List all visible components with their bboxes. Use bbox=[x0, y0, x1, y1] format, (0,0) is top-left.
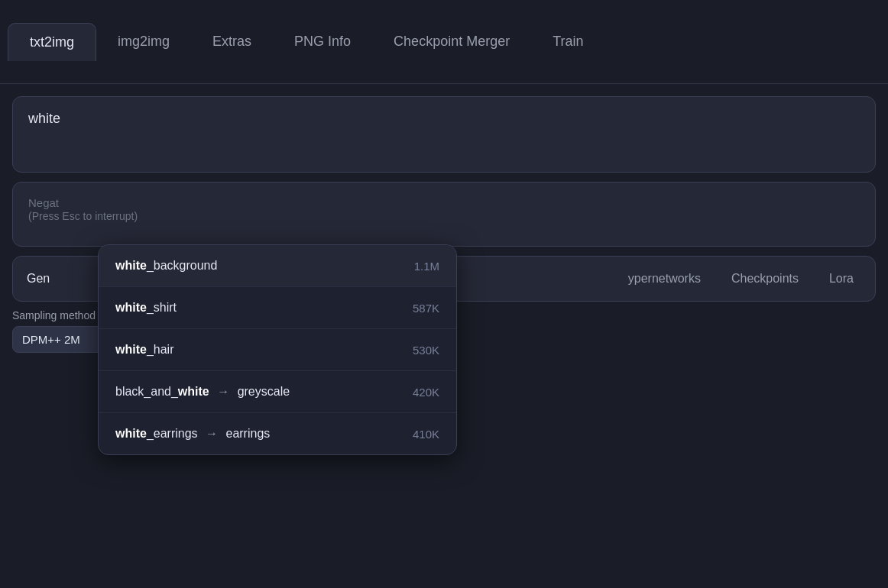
autocomplete-item-count-white-background: 1.1M bbox=[414, 260, 439, 273]
autocomplete-item-count-white-shirt: 587K bbox=[413, 302, 439, 315]
tab-img2img[interactable]: img2img bbox=[96, 23, 191, 60]
autocomplete-item-name-white-background: white_background bbox=[115, 259, 217, 273]
autocomplete-item-white-earrings[interactable]: white_earrings → earrings 410K bbox=[99, 413, 456, 454]
gen-tab-checkpoints[interactable]: Checkpoints bbox=[724, 269, 806, 289]
autocomplete-item-count-white-earrings: 410K bbox=[413, 428, 439, 441]
tabs-bar: txt2img img2img Extras PNG Info Checkpoi… bbox=[0, 0, 888, 84]
autocomplete-item-white-hair[interactable]: white_hair 530K bbox=[99, 329, 456, 371]
prompt-area[interactable]: white bbox=[12, 96, 876, 173]
negative-prompt-area[interactable]: Negat (Press Esc to interrupt) bbox=[12, 182, 876, 247]
gen-tabs: ypernetworks Checkpoints Lora bbox=[621, 269, 861, 289]
autocomplete-item-name-white-shirt: white_shirt bbox=[115, 301, 177, 315]
tab-txt2img[interactable]: txt2img bbox=[8, 23, 96, 61]
autocomplete-item-name-white-earrings: white_earrings → earrings bbox=[115, 427, 270, 441]
arrow-right-icon-2: → bbox=[206, 427, 218, 440]
autocomplete-item-name-black-and-white: black_and_white → greyscale bbox=[115, 385, 290, 399]
tab-checkpoint-merger[interactable]: Checkpoint Merger bbox=[372, 23, 531, 60]
tab-train[interactable]: Train bbox=[531, 23, 604, 60]
gen-label: Gen bbox=[27, 272, 50, 286]
negative-prompt-label: Negat bbox=[28, 196, 59, 209]
negative-prompt-hint: (Press Esc to interrupt) bbox=[28, 210, 138, 222]
autocomplete-item-count-white-hair: 530K bbox=[413, 344, 439, 357]
autocomplete-item-white-shirt[interactable]: white_shirt 587K bbox=[99, 287, 456, 329]
autocomplete-item-black-and-white[interactable]: black_and_white → greyscale 420K bbox=[99, 371, 456, 413]
autocomplete-item-name-white-hair: white_hair bbox=[115, 343, 173, 357]
arrow-right-icon: → bbox=[217, 385, 229, 398]
prompt-text: white bbox=[28, 111, 60, 126]
tab-png-info[interactable]: PNG Info bbox=[273, 23, 372, 60]
autocomplete-item-white-background[interactable]: white_background 1.1M bbox=[99, 245, 456, 287]
autocomplete-dropdown: white_background 1.1M white_shirt 587K w… bbox=[98, 244, 457, 455]
gen-tab-lora[interactable]: Lora bbox=[822, 269, 861, 289]
autocomplete-item-count-black-and-white: 420K bbox=[413, 386, 439, 399]
tab-extras[interactable]: Extras bbox=[191, 23, 273, 60]
gen-tab-hypernetworks[interactable]: ypernetworks bbox=[621, 269, 708, 289]
